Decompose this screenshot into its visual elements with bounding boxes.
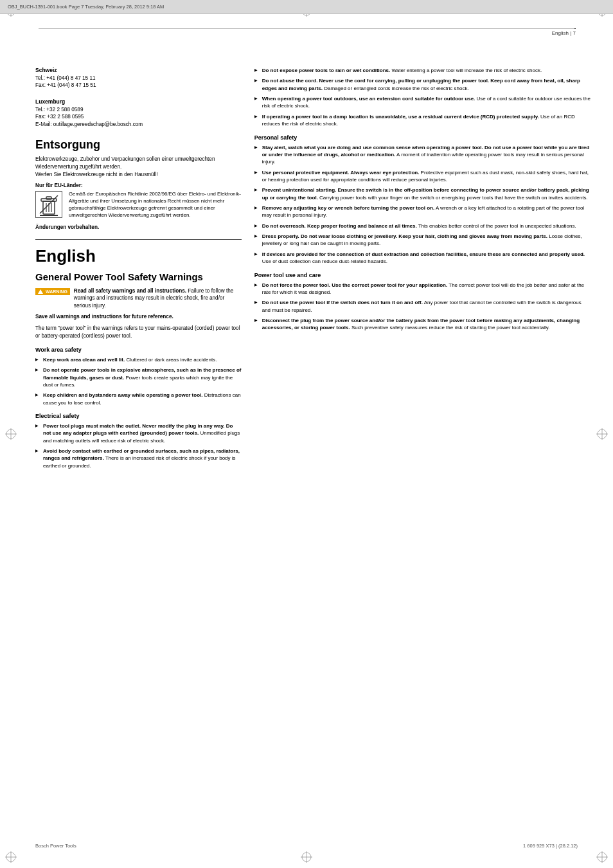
warning-triangle-icon — [38, 289, 43, 294]
reg-mark-bottom-right — [596, 851, 608, 863]
power-tool-use-heading: Power tool use and care — [254, 272, 591, 278]
list-item: When operating a power tool outdoors, us… — [254, 95, 591, 110]
contact-luxemburg: Luxemburg Tel.: +32 2 588 0589Fax: +32 2… — [35, 98, 242, 128]
reg-mark-right-center — [596, 428, 608, 440]
save-note: Save all warnings and instructions for f… — [35, 313, 242, 321]
schweiz-details: Tel.: +41 (044) 8 47 15 11Fax: +41 (044)… — [35, 75, 242, 89]
header-bar: OBJ_BUCH-1391-001.book Page 7 Tuesday, F… — [0, 0, 613, 14]
list-item: Dress properly. Do not wear loose clothi… — [254, 233, 591, 248]
personal-safety-section: Personal safety Stay alert, watch what y… — [254, 134, 591, 266]
eu-text: Gemäß der Europäischen Richtlinie 2002/9… — [69, 191, 242, 219]
page-container: OBJ_BUCH-1391-001.book Page 7 Tuesday, F… — [0, 0, 613, 868]
section-divider — [35, 239, 242, 240]
header-rule — [39, 28, 574, 29]
svg-rect-31 — [40, 215, 58, 216]
left-column: Schweiz Tel.: +41 (044) 8 47 15 11Fax: +… — [35, 67, 242, 473]
warning-text: Read all safety warnings and all instruc… — [74, 287, 242, 309]
list-item: Do not abuse the cord. Never use the cor… — [254, 77, 591, 92]
list-item: Prevent unintentional starting. Ensure t… — [254, 186, 591, 201]
power-tool-use-section: Power tool use and care Do not force the… — [254, 272, 591, 332]
page-number: English | 7 — [552, 28, 576, 36]
list-item: Do not use the power tool if the switch … — [254, 299, 591, 314]
work-area-list: Keep work area clean and well lit. Clutt… — [35, 356, 242, 406]
eu-section: Nur für EU-Länder: — [35, 183, 242, 219]
weee-symbol — [37, 192, 61, 217]
list-item: Keep children and bystanders away while … — [35, 392, 242, 406]
header-filename: OBJ_BUCH-1391-001.book Page 7 Tuesday, F… — [8, 4, 164, 10]
entsorgung-body: Elektrowerkzeuge, Zubehör und Verpackung… — [35, 156, 242, 179]
list-item: Do not force the power tool. Use the cor… — [254, 282, 591, 296]
list-item: If operating a power tool in a damp loca… — [254, 113, 591, 128]
svg-rect-26 — [46, 197, 51, 199]
luxemburg-details: Tel.: +32 2 588 0589Fax: +32 2 588 0595E… — [35, 106, 242, 128]
list-item: Keep work area clean and well lit. Clutt… — [35, 356, 242, 363]
luxemburg-country: Luxemburg — [35, 98, 242, 105]
schweiz-country: Schweiz — [35, 67, 242, 73]
personal-safety-list: Stay alert, watch what you are doing and… — [254, 144, 591, 266]
electrical-safety-heading: Electrical safety — [35, 413, 242, 419]
list-item: Avoid body contact with earthed or groun… — [35, 448, 242, 469]
reg-mark-left-center — [5, 428, 17, 440]
entsorgung-section: Entsorgung Elektrowerkzeuge, Zubehör und… — [35, 138, 242, 230]
english-title: English — [35, 246, 242, 266]
list-item: Do not overreach. Keep proper footing an… — [254, 222, 591, 230]
term-note: The term "power tool" in the warnings re… — [35, 325, 242, 340]
list-item: Stay alert, watch what you are doing and… — [254, 144, 591, 166]
list-item: If devices are provided for the connecti… — [254, 251, 591, 266]
right-column: Do not expose power tools to rain or wet… — [254, 67, 591, 473]
electrical-safety-list: Power tool plugs must match the outlet. … — [35, 422, 242, 469]
page-footer: Bosch Power Tools 1 609 929 X73 | (28.2.… — [35, 843, 578, 849]
warning-badge-text: WARNING — [46, 289, 67, 294]
warning-box: WARNING Read all safety warnings and all… — [35, 287, 242, 309]
entsorgung-title: Entsorgung — [35, 138, 242, 152]
contact-schweiz: Schweiz Tel.: +41 (044) 8 47 15 11Fax: +… — [35, 67, 242, 89]
footer-right: 1 609 929 X73 | (28.2.12) — [523, 843, 578, 849]
content-area: Schweiz Tel.: +41 (044) 8 47 15 11Fax: +… — [0, 28, 613, 498]
warning-bold-text: Read all safety warnings and all instruc… — [74, 288, 186, 294]
list-item: Power tool plugs must match the outlet. … — [35, 422, 242, 444]
footer-left: Bosch Power Tools — [35, 843, 76, 849]
list-item: Do not expose power tools to rain or wet… — [254, 67, 591, 74]
eu-label: Nur für EU-Länder: — [35, 183, 242, 188]
work-area-section: Work area safety Keep work area clean an… — [35, 347, 242, 406]
reg-mark-bottom-center — [301, 851, 312, 863]
work-area-heading: Work area safety — [35, 347, 242, 353]
personal-safety-heading: Personal safety — [254, 134, 591, 141]
list-item: Do not operate power tools in explosive … — [35, 366, 242, 388]
save-note-text: Save all warnings and instructions for f… — [35, 314, 173, 320]
eu-icon — [35, 191, 62, 218]
list-item: Use personal protective equipment. Alway… — [254, 169, 591, 184]
reg-mark-bottom-left — [5, 851, 17, 863]
warning-badge: WARNING — [35, 288, 70, 295]
electrical-safety-section: Electrical safety Power tool plugs must … — [35, 413, 242, 469]
eu-content: Gemäß der Europäischen Richtlinie 2002/9… — [35, 191, 242, 219]
gptsw-title: General Power Tool Safety Warnings — [35, 271, 242, 282]
english-section: English General Power Tool Safety Warnin… — [35, 246, 242, 340]
list-item: Remove any adjusting key or wrench befor… — [254, 204, 591, 219]
power-tool-use-list: Do not force the power tool. Use the cor… — [254, 282, 591, 332]
cord-safety-list: Do not expose power tools to rain or wet… — [254, 67, 591, 128]
eu-footer: Änderungen vorbehalten. — [35, 224, 242, 230]
list-item: Disconnect the plug from the power sourc… — [254, 317, 591, 332]
